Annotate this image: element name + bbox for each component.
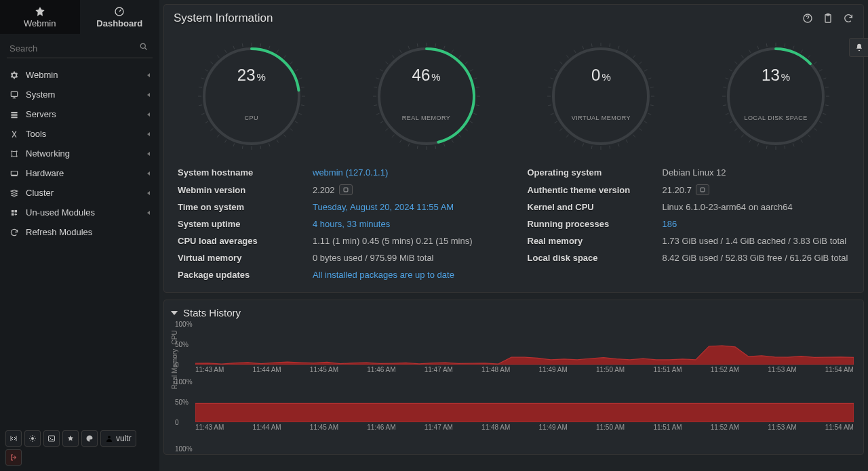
x-tick: 11:46 AM bbox=[367, 424, 395, 431]
svg-line-79 bbox=[399, 140, 401, 142]
search-input[interactable] bbox=[7, 39, 153, 58]
svg-line-130 bbox=[592, 43, 593, 47]
stats-history-title: Stats History bbox=[183, 307, 241, 319]
svg-line-24 bbox=[277, 50, 279, 53]
help-icon[interactable] bbox=[802, 13, 813, 24]
chevron-left-icon bbox=[147, 191, 150, 195]
stats-chart-partial: 100% bbox=[164, 438, 863, 454]
svg-line-72 bbox=[458, 135, 460, 138]
palette-icon[interactable] bbox=[81, 430, 98, 447]
x-tick: 11:52 AM bbox=[711, 424, 739, 431]
svg-point-6 bbox=[11, 150, 12, 152]
svg-line-75 bbox=[435, 146, 435, 149]
gauges-row: 23% CPU 46% REAL MEMORY 0% VIRTUAL MEMOR… bbox=[164, 32, 863, 165]
info-label: Operating system bbox=[528, 167, 653, 178]
info-grid: System hostname webmin (127.0.1.1)Operat… bbox=[164, 165, 863, 292]
tab-dashboard-label: Dashboard bbox=[96, 18, 142, 28]
svg-line-118 bbox=[560, 129, 563, 131]
svg-line-91 bbox=[399, 50, 401, 53]
svg-line-110 bbox=[626, 140, 628, 142]
sidebar-item-un-used-modules[interactable]: Un-used Modules bbox=[0, 203, 159, 222]
svg-line-37 bbox=[269, 144, 270, 147]
refresh-icon[interactable] bbox=[843, 13, 854, 24]
info-value[interactable]: 186 bbox=[663, 219, 677, 229]
gauge-vmem[interactable]: 0% VIRTUAL MEMORY bbox=[533, 39, 669, 154]
gauge-label: LOCAL DISK SPACE bbox=[708, 115, 844, 121]
tab-webmin[interactable]: Webmin bbox=[0, 0, 80, 34]
svg-line-86 bbox=[374, 87, 377, 87]
info-label: Authentic theme version bbox=[528, 185, 653, 195]
svg-line-100 bbox=[639, 62, 642, 64]
search-icon[interactable] bbox=[139, 42, 149, 52]
sidebar: Webmin Dashboard Webmin System Servers T… bbox=[0, 0, 159, 471]
info-value: 21.20.7 bbox=[663, 184, 709, 195]
info-action-icon[interactable] bbox=[339, 184, 353, 195]
stats-history-toggle[interactable]: Stats History bbox=[164, 300, 863, 323]
gauge-disk[interactable]: 13% LOCAL DISK SPACE bbox=[708, 39, 844, 154]
gauge-mem[interactable]: 46% REAL MEMORY bbox=[359, 39, 494, 154]
x-axis: 11:43 AM11:44 AM11:45 AM11:46 AM11:47 AM… bbox=[195, 365, 854, 377]
nav-label: Un-used Modules bbox=[26, 207, 95, 218]
x-tick: 11:53 AM bbox=[768, 366, 796, 373]
bottom-bar: vultr bbox=[0, 425, 159, 471]
info-value[interactable]: Tuesday, August 20, 2024 11:55 AM bbox=[313, 202, 454, 212]
stats-chart-real-memory: Real Memory 100%50%0 11:43 AM11:44 AM11:… bbox=[164, 380, 863, 438]
info-value[interactable]: All installed packages are up to date bbox=[313, 270, 454, 280]
svg-line-116 bbox=[574, 140, 576, 142]
svg-line-147 bbox=[801, 140, 803, 142]
info-row: System uptime 4 hours, 33 minutes bbox=[178, 219, 500, 229]
sidebar-item-tools[interactable]: Tools bbox=[0, 124, 159, 144]
svg-line-119 bbox=[555, 121, 557, 123]
system-info-panel: System Information 23% CPU 46% REAL MEMO… bbox=[163, 4, 864, 293]
x-tick: 11:47 AM bbox=[425, 424, 453, 431]
svg-line-114 bbox=[592, 146, 593, 149]
info-value: 1.11 (1 min) 0.45 (5 mins) 0.21 (15 mins… bbox=[313, 236, 473, 246]
star-icon[interactable] bbox=[62, 430, 79, 447]
notifications-button[interactable] bbox=[849, 38, 868, 57]
sidebar-search bbox=[7, 39, 153, 58]
info-label: Webmin version bbox=[178, 185, 303, 195]
sidebar-item-hardware[interactable]: Hardware bbox=[0, 163, 159, 183]
sidebar-item-cluster[interactable]: Cluster bbox=[0, 183, 159, 203]
svg-line-155 bbox=[735, 129, 738, 131]
svg-line-53 bbox=[217, 55, 219, 58]
sidebar-item-webmin[interactable]: Webmin bbox=[0, 65, 159, 85]
terminal-icon[interactable] bbox=[43, 430, 60, 447]
info-value[interactable]: webmin (127.0.1.1) bbox=[313, 167, 388, 178]
sidebar-item-refresh-modules[interactable]: Refresh Modules bbox=[0, 222, 159, 242]
x-tick: 11:54 AM bbox=[825, 424, 854, 431]
x-tick: 11:51 AM bbox=[653, 366, 682, 373]
x-tick: 11:49 AM bbox=[539, 424, 568, 431]
svg-line-166 bbox=[757, 46, 759, 49]
tab-dashboard[interactable]: Dashboard bbox=[80, 0, 160, 34]
sidebar-item-system[interactable]: System bbox=[0, 85, 159, 104]
user-name: vultr bbox=[116, 434, 132, 443]
svg-line-107 bbox=[644, 121, 647, 123]
theme-icon[interactable] bbox=[24, 430, 41, 447]
svg-line-92 bbox=[408, 46, 410, 49]
info-action-icon[interactable] bbox=[696, 184, 709, 195]
svg-line-149 bbox=[785, 146, 785, 149]
svg-line-23 bbox=[269, 46, 270, 49]
svg-line-144 bbox=[819, 121, 822, 123]
gauge-label: CPU bbox=[184, 115, 319, 121]
svg-line-66 bbox=[476, 87, 479, 87]
gauge-cpu[interactable]: 23% CPU bbox=[184, 39, 319, 154]
gauge-value: 23% bbox=[184, 66, 319, 85]
svg-line-135 bbox=[801, 50, 803, 53]
svg-line-163 bbox=[735, 62, 738, 64]
info-value[interactable]: 4 hours, 33 minutes bbox=[313, 219, 390, 229]
logout-icon[interactable] bbox=[5, 449, 22, 466]
sidebar-item-servers[interactable]: Servers bbox=[0, 104, 159, 124]
svg-line-89 bbox=[385, 62, 388, 64]
svg-line-128 bbox=[574, 50, 576, 53]
clipboard-icon[interactable] bbox=[823, 13, 833, 24]
nav-label: Webmin bbox=[26, 70, 58, 80]
collapse-icon[interactable] bbox=[5, 430, 22, 447]
svg-line-80 bbox=[392, 135, 394, 138]
sidebar-item-networking[interactable]: Networking bbox=[0, 144, 159, 163]
svg-line-55 bbox=[233, 46, 235, 49]
svg-line-38 bbox=[260, 146, 261, 149]
x-axis: 11:43 AM11:44 AM11:45 AM11:46 AM11:47 AM… bbox=[195, 422, 854, 435]
user-badge[interactable]: vultr bbox=[100, 430, 136, 447]
